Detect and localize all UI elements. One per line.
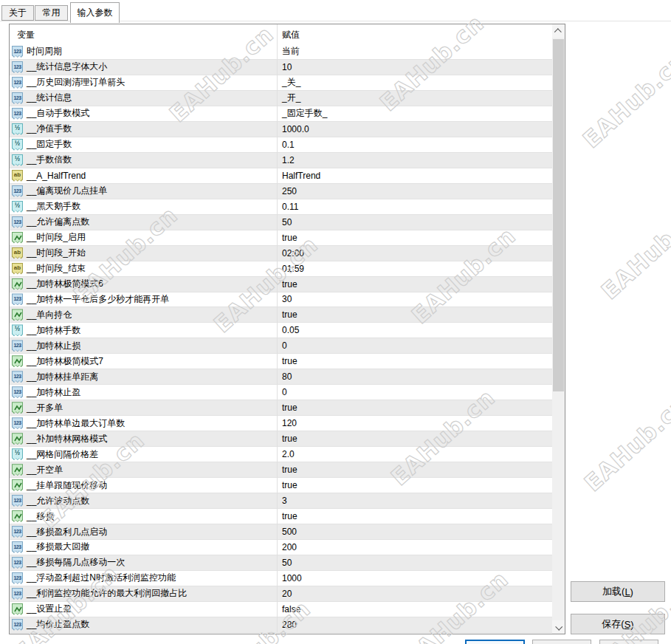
bottom-button-3[interactable] xyxy=(599,640,658,644)
param-name: __自动手数模式 xyxy=(27,107,89,120)
param-value[interactable]: 02:00 xyxy=(282,246,304,261)
param-row[interactable]: 123__加特林单边最大订单数120 xyxy=(10,416,552,431)
tab-about[interactable]: 关于 xyxy=(1,5,34,21)
param-value[interactable]: true xyxy=(282,462,297,477)
param-value[interactable]: true xyxy=(282,307,297,322)
scroll-down-button[interactable] xyxy=(552,620,565,634)
param-row[interactable]: __设置止盈false xyxy=(10,602,552,617)
header-value[interactable]: 赋值 xyxy=(282,29,300,41)
param-row[interactable]: __时间段_启用true xyxy=(10,230,552,246)
param-row[interactable]: __移损true xyxy=(10,509,552,524)
param-value[interactable]: 500 xyxy=(282,524,297,539)
param-row[interactable]: 123__加特林止损0 xyxy=(10,338,552,354)
param-value[interactable]: _固定手数_ xyxy=(282,106,327,121)
param-value[interactable]: true xyxy=(282,230,297,245)
param-row[interactable]: 123__移损盈利几点启动500 xyxy=(10,524,552,540)
param-value[interactable]: 当前 xyxy=(282,44,300,59)
param-row[interactable]: __开空单true xyxy=(10,462,552,478)
param-value[interactable]: 20 xyxy=(282,586,292,601)
param-row[interactable]: __加特林极简模式7true xyxy=(10,354,552,369)
param-value[interactable]: 0.05 xyxy=(282,323,299,338)
param-row[interactable]: 123__统计信息_开_ xyxy=(10,91,552,106)
param-value[interactable]: true xyxy=(282,431,297,446)
param-value[interactable]: 50 xyxy=(282,215,292,230)
param-row[interactable]: 123__自动手数模式_固定手数_ xyxy=(10,106,552,122)
param-row[interactable]: ½__黑天鹅手数0.11 xyxy=(10,199,552,215)
param-row[interactable]: ½__固定手数0.1 xyxy=(10,137,552,153)
param-value[interactable]: true xyxy=(282,400,297,415)
scrollbar-thumb[interactable] xyxy=(553,39,564,391)
param-value[interactable]: 0 xyxy=(282,385,287,400)
vertical-scrollbar[interactable] xyxy=(552,24,565,634)
param-value[interactable]: 1000 xyxy=(282,571,302,586)
column-divider[interactable] xyxy=(277,24,278,633)
param-row[interactable]: __补加特林网格模式true xyxy=(10,431,552,447)
param-row[interactable]: 123__移损最大回撤200 xyxy=(10,540,552,555)
param-row[interactable]: 123__允许波动点数3 xyxy=(10,493,552,509)
param-row[interactable]: 123时间周期当前 xyxy=(10,44,552,60)
load-button[interactable]: 加载(L) xyxy=(571,581,665,602)
param-value[interactable]: true xyxy=(282,478,297,493)
param-value[interactable]: 10 xyxy=(282,60,292,75)
param-row[interactable]: __单向持仓true xyxy=(10,307,552,323)
param-value[interactable]: _关_ xyxy=(282,75,300,90)
param-value[interactable]: 200 xyxy=(282,540,297,555)
param-value[interactable]: 1000.0 xyxy=(282,122,309,137)
param-row[interactable]: 123__浮动盈利超过N时激活利润监控功能1000 xyxy=(10,571,552,586)
param-row[interactable]: 123__偏离现价几点挂单250 xyxy=(10,184,552,199)
param-value[interactable]: 30 xyxy=(282,292,292,307)
bottom-button-1[interactable] xyxy=(465,640,525,644)
tab-common[interactable]: 常用 xyxy=(35,5,68,21)
param-value[interactable]: 0.11 xyxy=(282,199,298,214)
bottom-button-2[interactable] xyxy=(532,640,591,644)
scroll-up-button[interactable] xyxy=(552,24,565,38)
int-param-icon: 123 xyxy=(12,526,23,538)
param-value[interactable]: 120 xyxy=(282,416,297,431)
param-value[interactable]: 250 xyxy=(282,184,297,199)
param-value[interactable]: false xyxy=(282,602,300,617)
param-value[interactable]: 0.1 xyxy=(282,137,295,152)
int-param-icon: 123 xyxy=(12,371,23,383)
param-value[interactable]: true xyxy=(282,509,297,524)
param-row[interactable]: 123__允许偏离点数50 xyxy=(10,215,552,230)
param-value[interactable]: 0 xyxy=(282,338,287,353)
param-row[interactable]: __加特林极简模式6true xyxy=(10,277,552,292)
param-value[interactable]: 80 xyxy=(282,369,292,384)
param-row[interactable]: ab__时间段_结束01:59 xyxy=(10,261,552,277)
bool-param-icon xyxy=(12,510,23,522)
param-value[interactable]: 1.2 xyxy=(282,153,295,168)
param-row[interactable]: 123__利润监控功能允许的最大利润回撤占比20 xyxy=(10,586,552,602)
string-param-icon: ab xyxy=(12,263,23,275)
param-value[interactable]: HalfTrend xyxy=(282,168,320,183)
param-row[interactable]: 123__移损每隔几点移动一次50 xyxy=(10,555,552,571)
bool-param-icon xyxy=(12,479,23,491)
param-row[interactable]: 123__加特林挂单距离80 xyxy=(10,369,552,385)
param-name: __允许波动点数 xyxy=(27,495,89,507)
param-row[interactable]: 123__均价止盈点数280 xyxy=(10,617,552,633)
save-button[interactable]: 保存(S) xyxy=(571,614,665,634)
param-value[interactable]: true xyxy=(282,354,297,369)
param-value[interactable]: 3 xyxy=(282,493,287,508)
double-param-icon: ½ xyxy=(12,123,23,135)
param-row[interactable]: 123__加特林一平仓后多少秒才能再开单30 xyxy=(10,292,552,308)
param-row[interactable]: 123__历史回测清理订单箭头_关_ xyxy=(10,75,552,91)
param-row[interactable]: ½__加特林手数0.05 xyxy=(10,323,552,338)
param-row[interactable]: ab__时间段_开始02:00 xyxy=(10,246,552,261)
param-value[interactable]: true xyxy=(282,277,297,292)
param-value[interactable]: 01:59 xyxy=(282,261,304,276)
param-row[interactable]: __挂单跟随现价移动true xyxy=(10,478,552,493)
param-row[interactable]: ½__网格间隔价格差2.0 xyxy=(10,447,552,462)
param-value[interactable]: 280 xyxy=(282,617,297,632)
param-row[interactable]: ½__手数倍数1.2 xyxy=(10,153,552,168)
header-variable[interactable]: 变量 xyxy=(17,29,35,41)
param-row[interactable]: 123__统计信息字体大小10 xyxy=(10,60,552,75)
param-value[interactable]: 2.0 xyxy=(282,447,295,462)
param-name: __网格间隔价格差 xyxy=(27,448,98,461)
param-value[interactable]: 50 xyxy=(282,555,292,570)
param-row[interactable]: ½__净值手数1000.0 xyxy=(10,122,552,137)
param-row[interactable]: 123__加特林止盈0 xyxy=(10,385,552,400)
param-row[interactable]: __开多单true xyxy=(10,400,552,416)
tab-inputs[interactable]: 输入参数 xyxy=(70,2,120,23)
param-row[interactable]: ab__A_HalfTrendHalfTrend xyxy=(10,168,552,184)
param-value[interactable]: _开_ xyxy=(282,91,300,106)
